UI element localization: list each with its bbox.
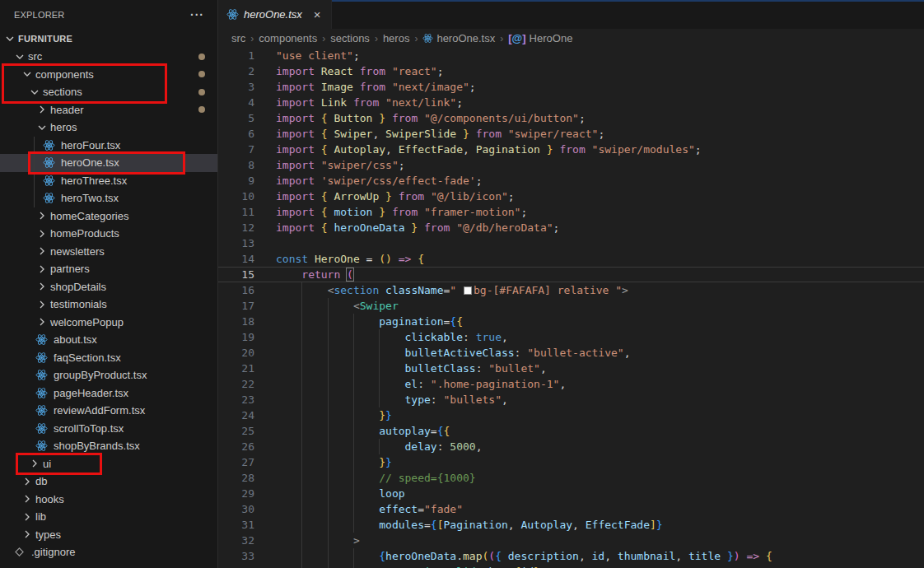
- tree-item-heroOne.tsx[interactable]: heroOne.tsx: [0, 154, 217, 172]
- tree-item-heroFour.tsx[interactable]: heroFour.tsx: [0, 137, 217, 155]
- code-token: {: [321, 190, 334, 203]
- tree-item-heroThree.tsx[interactable]: heroThree.tsx: [0, 172, 217, 190]
- code-line-2[interactable]: 2import React from "react";: [218, 63, 924, 79]
- code-token: {: [456, 315, 463, 328]
- tree-item-db[interactable]: db: [0, 473, 217, 491]
- chevron-right-icon: [35, 263, 49, 276]
- code-line-10[interactable]: 10import { ArrowUp } from "@/lib/icon";: [218, 189, 924, 204]
- code-line-11[interactable]: 11import { motion } from "framer-motion"…: [218, 204, 924, 220]
- code-line-33[interactable]: 33 {heroOneData.map(({ description, id, …: [218, 548, 924, 564]
- tree-item-heros[interactable]: heros: [0, 119, 217, 137]
- tree-item-lib[interactable]: lib: [0, 508, 217, 526]
- code-line-8[interactable]: 8import "swiper/css";: [218, 157, 924, 173]
- tree-item-label: welcomePopup: [50, 316, 124, 328]
- tree-item-hooks[interactable]: hooks: [0, 491, 217, 509]
- tree-item-about.tsx[interactable]: about.tsx: [0, 331, 217, 349]
- tree-item-faqSection.tsx[interactable]: faqSection.tsx: [0, 349, 217, 367]
- line-number: 1: [218, 48, 276, 63]
- chevron-down-icon: [28, 86, 41, 99]
- code-line-1[interactable]: 1"use client";: [218, 48, 924, 63]
- breadcrumb-item-HeroOne[interactable]: [@]HeroOne: [508, 32, 572, 44]
- code-line-26[interactable]: 26 delay: 5000,: [218, 439, 924, 454]
- react-icon: [43, 192, 55, 204]
- breadcrumb-item-src[interactable]: src: [231, 32, 245, 44]
- code-line-13[interactable]: 13: [218, 235, 924, 251]
- code-line-20[interactable]: 20 bulletActiveClass: "bullet-active",: [218, 345, 924, 361]
- tree-item-newsletters[interactable]: newsletters: [0, 243, 217, 261]
- line-number: 25: [218, 423, 276, 439]
- code-line-34[interactable]: 34 <SwiperSlide key={id}: [218, 564, 924, 568]
- breadcrumb-item-heroOne.tsx[interactable]: heroOne.tsx: [422, 32, 495, 44]
- code-line-15[interactable]: 15 return (: [218, 267, 924, 282]
- code-token: ;: [598, 128, 604, 140]
- code-token: Autoplay: [334, 143, 385, 156]
- tree-item-groupByProduct.tsx[interactable]: groupByProduct.tsx: [0, 366, 217, 384]
- code-token: ArrowUp: [334, 190, 379, 203]
- code-line-22[interactable]: 22 el: ".home-pagination-1",: [218, 376, 924, 392]
- vscode-window: EXPLORER ··· FURNITURE srccomponentssect…: [0, 0, 924, 568]
- code-line-6[interactable]: 6import { Swiper, SwiperSlide } from "sw…: [218, 126, 924, 142]
- tree-item-pageHeader.tsx[interactable]: pageHeader.tsx: [0, 384, 217, 403]
- tree-item-label: reviewAddForm.tsx: [54, 404, 145, 417]
- code-line-23[interactable]: 23 type: "bullets",: [218, 392, 924, 407]
- code-line-content: type: "bullets",: [276, 392, 924, 407]
- code-line-28[interactable]: 28 // speed={1000}: [218, 470, 924, 486]
- tree-item-.gitignore[interactable]: .gitignore: [0, 543, 217, 561]
- code-line-18[interactable]: 18 pagination={{: [218, 314, 924, 329]
- code-line-24[interactable]: 24 }}: [218, 407, 924, 423]
- code-line-32[interactable]: 32 >: [218, 533, 924, 548]
- code-line-21[interactable]: 21 bulletClass: "bullet",: [218, 361, 924, 376]
- code-token: ": [450, 284, 463, 296]
- tree-item-sections[interactable]: sections: [0, 83, 217, 101]
- breadcrumb-item-sections[interactable]: sections: [330, 32, 370, 44]
- tree-item-reviewAddForm.tsx[interactable]: reviewAddForm.tsx: [0, 402, 217, 420]
- more-actions-icon[interactable]: ···: [190, 8, 204, 21]
- code-line-25[interactable]: 25 autoplay={{: [218, 423, 924, 439]
- tree-item-heroTwo.tsx[interactable]: heroTwo.tsx: [0, 189, 217, 207]
- code-line-19[interactable]: 19 clickable: true,: [218, 329, 924, 345]
- code-token: "swiper/css": [321, 159, 399, 171]
- code-line-12[interactable]: 12import { heroOneData } from "@/db/hero…: [218, 220, 924, 235]
- code-editor[interactable]: 1"use client";2import React from "react"…: [218, 48, 924, 568]
- code-line-16[interactable]: 16 <section className=" bg-[#FAFAFA] rel…: [218, 282, 924, 298]
- workspace-root-furniture[interactable]: FURNITURE: [0, 29, 217, 48]
- explorer-sidebar: EXPLORER ··· FURNITURE srccomponentssect…: [0, 0, 218, 568]
- tree-item-types[interactable]: types: [0, 526, 217, 544]
- tree-item-homeCategories[interactable]: homeCategories: [0, 207, 217, 226]
- tab-heroOne.tsx[interactable]: heroOne.tsx×: [218, 0, 332, 29]
- tree-item-shopByBrands.tsx[interactable]: shopByBrands.tsx: [0, 437, 217, 455]
- breadcrumb-item-heros[interactable]: heros: [383, 32, 410, 44]
- code-line-27[interactable]: 27 }}: [218, 454, 924, 470]
- code-line-7[interactable]: 7import { Autoplay, EffectFade, Paginati…: [218, 142, 924, 157]
- chevron-down-icon: [21, 68, 34, 81]
- tree-item-scrollToTop.tsx[interactable]: scrollToTop.tsx: [0, 420, 217, 438]
- code-token: ]: [650, 519, 656, 531]
- tree-item-ui[interactable]: ui: [0, 455, 217, 473]
- tree-item-src[interactable]: src: [0, 48, 217, 66]
- tree-item-shopDetails[interactable]: shopDetails: [0, 278, 217, 296]
- code-line-17[interactable]: 17 <Swiper: [218, 298, 924, 314]
- code-token: from: [347, 96, 385, 109]
- tree-item-header[interactable]: header: [0, 101, 217, 119]
- code-line-29[interactable]: 29 loop: [218, 486, 924, 501]
- code-line-9[interactable]: 9import 'swiper/css/effect-fade';: [218, 173, 924, 189]
- code-line-14[interactable]: 14const HeroOne = () => {: [218, 251, 924, 267]
- code-line-3[interactable]: 3import Image from "next/image";: [218, 79, 924, 95]
- tree-item-partners[interactable]: partners: [0, 260, 217, 278]
- tree-item-components[interactable]: components: [0, 66, 217, 84]
- tree-item-testimonials[interactable]: testimonials: [0, 296, 217, 314]
- code-line-4[interactable]: 4import Link from "next/link";: [218, 95, 924, 110]
- tree-item-label: sections: [43, 86, 82, 98]
- breadcrumb-item-components[interactable]: components: [259, 32, 317, 44]
- code-token: {: [321, 221, 334, 234]
- code-line-30[interactable]: 30 effect="fade": [218, 501, 924, 517]
- tree-item-label: homeProducts: [50, 227, 119, 240]
- tree-item-welcomePopup[interactable]: welcomePopup: [0, 314, 217, 332]
- code-token: import: [276, 221, 321, 234]
- tree-item-homeProducts[interactable]: homeProducts: [0, 225, 217, 243]
- code-token: import: [276, 112, 321, 124]
- code-token: ,: [508, 519, 521, 531]
- close-icon[interactable]: ×: [312, 7, 323, 21]
- code-line-31[interactable]: 31 modules={[Pagination, Autoplay, Effec…: [218, 517, 924, 533]
- code-line-5[interactable]: 5import { Button } from "@/components/ui…: [218, 110, 924, 126]
